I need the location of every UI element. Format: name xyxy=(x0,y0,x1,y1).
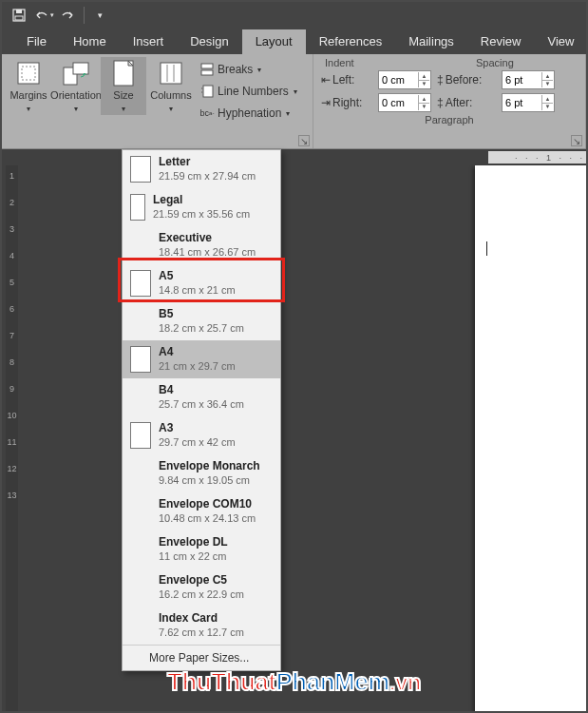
horizontal-ruler: · · · 1 · · · xyxy=(23,149,586,165)
margins-label: Margins xyxy=(9,89,47,101)
size-dropdown-menu: Letter21.59 cm x 27.94 cmLegal21.59 cm x… xyxy=(122,149,281,671)
columns-label: Columns xyxy=(150,89,191,101)
ribbon: Margins▾ Orientation▾ Size▾ Columns▾ xyxy=(2,54,586,149)
size-option-envelope-dl[interactable]: Envelope DL11 cm x 22 cm xyxy=(123,530,280,568)
save-button[interactable] xyxy=(8,5,30,26)
more-paper-sizes[interactable]: More Paper Sizes... xyxy=(123,645,280,670)
tab-design[interactable]: Design xyxy=(177,29,241,54)
svg-rect-11 xyxy=(201,64,213,68)
indent-right-icon: ⇥ xyxy=(321,96,331,109)
before-label: Before: xyxy=(446,73,483,87)
hyphenation-label: Hyphenation xyxy=(218,106,281,120)
margins-button[interactable]: Margins▾ xyxy=(6,57,51,115)
size-option-a3[interactable]: A329.7 cm x 42 cm xyxy=(123,416,280,454)
svg-rect-2 xyxy=(15,16,23,20)
indent-left-icon: ⇤ xyxy=(321,73,331,87)
page-thumb-icon xyxy=(130,194,145,221)
spacing-before-field[interactable]: 6 pt▲▼ xyxy=(502,70,555,89)
size-option-a4[interactable]: A421 cm x 29.7 cm xyxy=(123,340,280,378)
svg-rect-6 xyxy=(73,63,88,74)
size-option-executive[interactable]: Executive18.41 cm x 26.67 cm xyxy=(123,226,280,264)
page-thumb-icon xyxy=(130,422,151,449)
breaks-label: Breaks xyxy=(218,63,253,76)
tab-references[interactable]: References xyxy=(306,29,395,54)
tab-review[interactable]: Review xyxy=(467,29,535,54)
indent-heading: Indent xyxy=(321,57,427,68)
size-option-index-card[interactable]: Index Card7.62 cm x 12.7 cm xyxy=(123,607,280,645)
menu-bar: FileHomeInsertDesignLayoutReferencesMail… xyxy=(2,28,586,54)
spacing-after-icon: ‡ xyxy=(437,96,444,109)
left-label: Left: xyxy=(332,73,354,87)
breaks-button[interactable]: Breaks ▾ xyxy=(196,59,301,80)
after-label: After: xyxy=(446,96,473,109)
size-option-envelope-com10[interactable]: Envelope COM1010.48 cm x 24.13 cm xyxy=(123,492,280,530)
spacing-heading: Spacing xyxy=(472,57,578,68)
page-thumb-icon xyxy=(130,156,151,183)
quick-access-toolbar: ▾ ▾ xyxy=(2,2,586,28)
line-numbers-button[interactable]: Line Numbers ▾ xyxy=(196,81,301,102)
indent-left-field[interactable]: 0 cm▲▼ xyxy=(378,70,431,89)
redo-button[interactable] xyxy=(57,5,80,26)
size-option-envelope-c5[interactable]: Envelope C516.2 cm x 22.9 cm xyxy=(123,568,280,607)
size-option-letter[interactable]: Letter21.59 cm x 27.94 cm xyxy=(123,150,280,188)
page-thumb-icon xyxy=(130,346,151,373)
size-option-envelope-monarch[interactable]: Envelope Monarch9.84 cm x 19.05 cm xyxy=(123,454,280,492)
size-button[interactable]: Size▾ xyxy=(101,57,146,115)
page-thumb-icon xyxy=(130,270,151,297)
tab-home[interactable]: Home xyxy=(60,29,120,54)
spacing-before-icon: ‡ xyxy=(437,73,444,87)
svg-rect-3 xyxy=(18,63,39,84)
svg-rect-12 xyxy=(201,70,213,75)
size-label: Size xyxy=(113,89,133,101)
tab-file[interactable]: File xyxy=(13,29,60,54)
tab-insert[interactable]: Insert xyxy=(120,29,178,54)
svg-rect-1 xyxy=(16,10,22,13)
paragraph-launcher[interactable]: ↘ xyxy=(571,135,582,146)
qat-customize[interactable]: ▾ xyxy=(88,5,111,26)
document-area: · · · 1 · · · 12345678910111213 xyxy=(2,149,586,711)
undo-button[interactable]: ▾ xyxy=(32,5,55,26)
tab-view[interactable]: View xyxy=(534,29,587,54)
line-numbers-label: Line Numbers xyxy=(218,85,289,98)
page-setup-launcher[interactable]: ↘ xyxy=(298,135,310,146)
svg-rect-8 xyxy=(161,63,181,84)
vertical-ruler: 12345678910111213 xyxy=(2,165,23,711)
tab-layout[interactable]: Layout xyxy=(242,29,306,54)
document-page[interactable] xyxy=(475,165,586,711)
right-label: Right: xyxy=(332,96,362,109)
hyphenation-button[interactable]: bca- Hyphenation ▾ xyxy=(196,103,301,124)
spacing-after-field[interactable]: 6 pt▲▼ xyxy=(502,93,555,112)
svg-rect-13 xyxy=(203,86,213,97)
orientation-label: Orientation xyxy=(50,89,102,101)
paragraph-group-label: Paragraph xyxy=(321,114,578,128)
size-option-a5[interactable]: A514.8 cm x 21 cm xyxy=(123,264,280,302)
orientation-button[interactable]: Orientation▾ xyxy=(53,57,99,115)
watermark: ThuThuatPhanMem.vn xyxy=(2,667,586,697)
size-option-b4[interactable]: B425.7 cm x 36.4 cm xyxy=(123,378,280,416)
tab-mailings[interactable]: Mailings xyxy=(395,29,467,54)
text-cursor xyxy=(486,241,487,256)
columns-button[interactable]: Columns▾ xyxy=(148,57,194,115)
size-option-legal[interactable]: Legal21.59 cm x 35.56 cm xyxy=(123,188,280,226)
size-option-b5[interactable]: B518.2 cm x 25.7 cm xyxy=(123,302,280,340)
indent-right-field[interactable]: 0 cm▲▼ xyxy=(378,93,431,112)
